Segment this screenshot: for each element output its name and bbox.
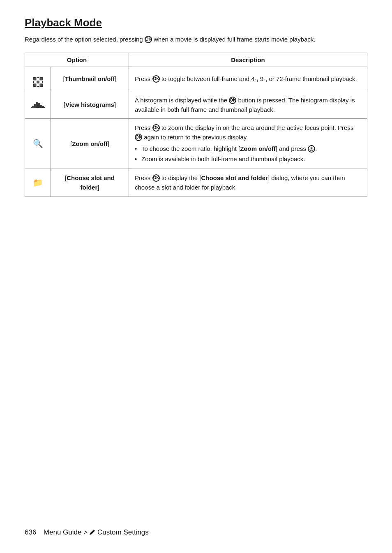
- histogram-description: A histogram is displayed while the OK bu…: [129, 91, 367, 119]
- ok-symbol-3b: OK: [135, 134, 142, 141]
- thumbnail-icon-cell: [25, 67, 51, 91]
- ok-symbol-3a: OK: [152, 124, 160, 132]
- ok-symbol-2: OK: [229, 97, 236, 104]
- intro-paragraph: Regardless of the option selected, press…: [25, 35, 367, 44]
- ok-symbol-4: OK: [152, 174, 160, 182]
- footer: 636 Menu Guide > Custom Settings: [25, 528, 367, 537]
- zoom-description: Press OK to zoom the display in on the a…: [129, 119, 367, 169]
- zoom-bullets: To choose the zoom ratio, highlight [Zoo…: [135, 144, 361, 164]
- thumbnail-option: [Thumbnail on/off]: [51, 67, 129, 91]
- footer-page-number: 636: [25, 528, 36, 537]
- table-row: 📁 [Choose slot and folder] Press OK to d…: [25, 169, 367, 197]
- thumbnail-icon: [33, 77, 43, 87]
- folder-icon: 📁: [33, 178, 43, 187]
- table-row: [View histograms] A histogram is display…: [25, 91, 367, 119]
- svg-marker-0: [90, 530, 95, 534]
- zoom-icon-cell: 🔍: [25, 119, 51, 169]
- ok-symbol-1: OK: [152, 75, 160, 83]
- zoom-bullet-1: To choose the zoom ratio, highlight [Zoo…: [135, 144, 361, 153]
- table-row: 🔍 [Zoom on/off] Press OK to zoom the dis…: [25, 119, 367, 169]
- table-row: [Thumbnail on/off] Press OK to toggle be…: [25, 67, 367, 91]
- zoom-option: [Zoom on/off]: [51, 119, 129, 169]
- histogram-icon: [31, 99, 45, 108]
- page-title: Playback Mode: [25, 16, 367, 29]
- intro-text-before: Regardless of the option selected, press…: [25, 36, 145, 43]
- folder-icon-cell: 📁: [25, 169, 51, 197]
- zoom-bullet-2: Zoom is available in both full-frame and…: [135, 154, 361, 164]
- intro-text-after: when a movie is displayed full frame sta…: [152, 36, 316, 43]
- thumbnail-description: Press OK to toggle between full-frame an…: [129, 67, 367, 91]
- options-table: Option Description: [25, 53, 367, 197]
- ok-symbol-intro: OK: [145, 36, 152, 43]
- histogram-option: [View histograms]: [51, 91, 129, 119]
- footer-section: Custom Settings: [97, 528, 149, 537]
- description-header: Description: [129, 53, 367, 67]
- menu-symbol: ◎: [308, 145, 315, 153]
- folder-description: Press OK to display the [Choose slot and…: [129, 169, 367, 197]
- folder-option: [Choose slot and folder]: [51, 169, 129, 197]
- option-header: Option: [25, 53, 129, 67]
- histogram-icon-cell: [25, 91, 51, 119]
- footer-text: Menu Guide >: [44, 528, 88, 537]
- pencil-icon: [89, 529, 96, 536]
- zoom-icon: 🔍: [33, 139, 43, 148]
